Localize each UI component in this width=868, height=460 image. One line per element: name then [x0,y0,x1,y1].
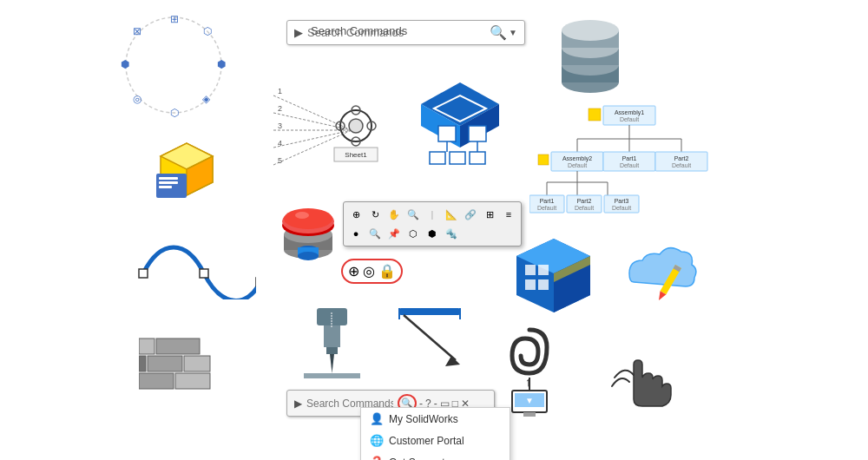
svg-text:↑: ↑ [525,375,531,389]
svg-text:5: 5 [278,156,282,165]
svg-rect-108 [525,265,536,275]
tb-grid-icon[interactable]: ⊞ [481,206,498,223]
magnify-lock-row[interactable]: ⊕ ◎ 🔒 [341,259,403,284]
svg-rect-111 [538,279,549,290]
tb-link-icon[interactable]: 🔗 [462,206,479,223]
menu-item-customer-portal[interactable]: 🌐 Customer Portal [361,430,510,451]
tb-search2-icon[interactable]: 🔍 [366,225,384,242]
svg-rect-63 [450,152,465,164]
tb-zoom-icon[interactable]: 🔍 [404,206,422,223]
svg-text:Default: Default [612,205,631,211]
floating-toolbar[interactable]: ⊕ ↻ ✋ 🔍 | 📐 🔗 ⊞ ≡ ● 🔍 📌 ⬡ ⬢ 🔩 [343,201,522,246]
svg-rect-13 [159,177,178,180]
svg-rect-17 [200,269,208,278]
tb-hex2-icon[interactable]: ⬢ [424,225,441,242]
bricks-icon [139,325,217,399]
cloud-pencil-icon [621,239,699,308]
svg-text:Part1: Part1 [540,198,555,204]
svg-text:⊞: ⊞ [170,13,179,25]
toolbar-row-1: ⊕ ↻ ✋ 🔍 | 📐 🔗 ⊞ ≡ [347,206,517,223]
svg-point-49 [284,208,332,229]
drill-icon [295,304,369,382]
svg-rect-25 [139,338,155,354]
bottom-cmd-icon: ▶ [294,398,302,410]
tb-measure-icon[interactable]: 📐 [443,206,460,223]
svg-text:Default: Default [620,116,639,122]
svg-rect-118 [326,347,338,354]
svg-text:▼: ▼ [525,396,534,405]
svg-point-37 [349,119,363,133]
lock-view-icon[interactable]: 🔒 [378,263,396,279]
menu-mysolidworks-label: My SolidWorks [389,413,458,425]
svg-text:Default: Default [672,162,691,168]
tb-rotate-icon[interactable]: ↻ [366,206,384,223]
menu-get-support-label: Get Support [389,457,445,461]
svg-text:1: 1 [278,87,282,95]
circular-menu[interactable]: ⊞ ⬡ ⬢ ◈ ⬡ ◎ ⬢ ⊠ [117,9,230,122]
search-bar-top[interactable]: ▶ 🔍 ▼ [286,20,525,45]
svg-text:◈: ◈ [202,93,211,105]
svg-text:Assembly1: Assembly1 [615,109,644,116]
svg-text:Sheet1: Sheet1 [345,151,367,159]
tb-bolt-icon[interactable]: 🔩 [443,225,460,242]
tb-pan-icon[interactable]: ✋ [385,206,403,223]
tb-sep: | [424,206,441,223]
svg-rect-20 [175,373,210,389]
assembly-tree: Assembly1 Default Assembly2 Default Part… [529,104,729,226]
blue-building-icon [512,230,595,317]
building-cube-icon [152,135,221,200]
command-prompt-icon: ▶ [294,26,303,39]
svg-text:Default: Default [568,162,587,168]
svg-rect-117 [324,325,340,347]
svg-rect-24 [156,338,200,354]
dimension-icon [395,304,473,373]
zoom-fit-icon[interactable]: ⊕ [348,263,359,279]
sketch-area: 1 2 3 4 5 Sheet1 [273,69,412,174]
svg-line-29 [273,130,352,148]
hand-cursor-icon [608,338,681,412]
svg-text:Assembly2: Assembly2 [562,155,592,162]
svg-rect-75 [589,108,601,121]
svg-rect-19 [139,373,174,389]
circular-ring-svg: ⊞ ⬡ ⬢ ◈ ⬡ ◎ ⬢ ⊠ [117,9,230,122]
svg-text:◎: ◎ [133,93,141,105]
menu-get-support-icon: ❓ [370,456,384,460]
svg-point-53 [298,252,319,260]
svg-rect-21 [148,356,182,371]
svg-text:Part2: Part2 [674,155,689,161]
tb-pin-icon[interactable]: 📌 [385,225,403,242]
svg-text:Part1: Part1 [622,155,637,161]
svg-point-71 [562,20,619,41]
tb-hex1-icon[interactable]: ⬡ [404,225,422,242]
database-stack-icon [556,17,625,95]
zoom-area-icon[interactable]: ◎ [363,263,375,279]
svg-text:2: 2 [278,104,282,113]
search-input-top[interactable] [307,26,455,39]
svg-rect-110 [525,279,536,290]
svg-text:Default: Default [575,205,594,211]
menu-item-mysolidworks[interactable]: 👤 My SolidWorks [361,408,510,430]
svg-marker-124 [445,356,460,366]
svg-rect-109 [538,265,549,275]
tb-select-icon[interactable]: ⊕ [347,206,365,223]
menu-mysolidworks-icon: 👤 [370,412,384,425]
svg-rect-15 [159,186,172,188]
tb-list-icon[interactable]: ≡ [500,206,517,223]
search-magnify-icon[interactable]: 🔍 [490,24,507,41]
svg-text:⬡: ⬡ [170,107,179,119]
search-dropdown-arrow[interactable]: ▼ [509,28,517,37]
menu-customer-portal-icon: 🌐 [370,434,384,447]
menu-item-get-support[interactable]: ❓ Get Support [361,451,510,460]
svg-rect-16 [139,269,148,278]
svg-rect-14 [159,181,178,184]
tb-circle-icon[interactable]: ● [347,225,365,242]
svg-line-123 [404,315,456,360]
svg-text:Default: Default [537,205,556,211]
svg-point-50 [295,212,309,219]
hierarchy-icon [412,78,516,165]
toolbar-row-2: ● 🔍 📌 ⬡ ⬢ 🔩 [347,225,517,242]
svg-text:Default: Default [620,162,639,168]
svg-text:Part2: Part2 [577,198,592,204]
menu-customer-portal-label: Customer Portal [389,435,464,447]
svg-text:⬢: ⬢ [121,58,129,70]
